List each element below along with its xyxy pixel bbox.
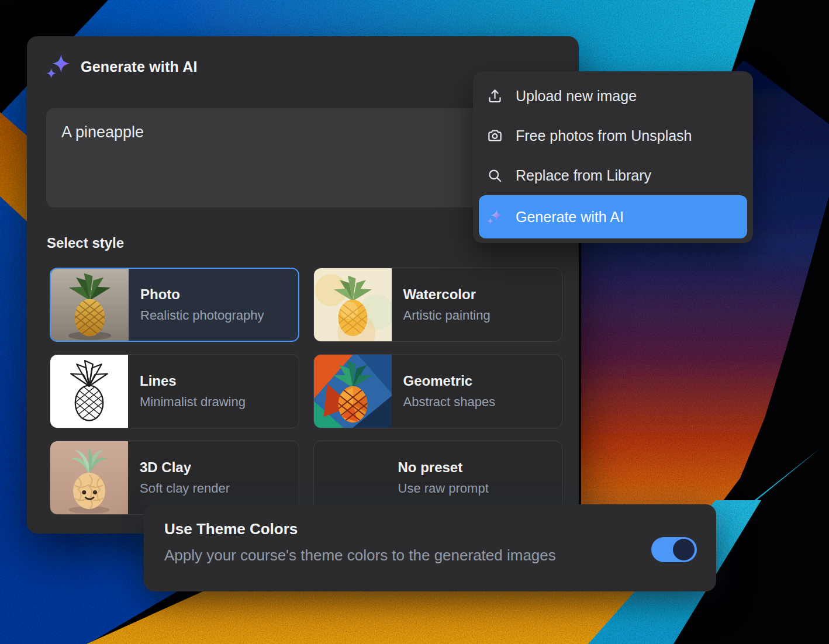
style-card-geometric[interactable]: Geometric Abstract shapes [313, 354, 563, 428]
menu-item-label: Free photos from Unsplash [516, 127, 692, 144]
style-title: 3D Clay [140, 459, 230, 476]
style-subtitle: Use raw prompt [398, 481, 489, 496]
style-card-photo[interactable]: Photo Realistic photography [50, 268, 299, 342]
style-card-text: Lines Minimalist drawing [128, 355, 246, 428]
menu-item-label: Upload new image [516, 88, 637, 105]
sparkle-icon [487, 209, 503, 225]
modal-title: Generate with AI [81, 58, 198, 75]
image-source-menu: Upload new image Free photos from Unspla… [473, 71, 753, 243]
style-title: No preset [398, 459, 489, 476]
upload-icon [487, 88, 503, 104]
style-card-text: 3D Clay Soft clay render [128, 441, 230, 514]
menu-item-replace-from-library[interactable]: Replace from Library [479, 155, 747, 195]
menu-item-free-photos-unsplash[interactable]: Free photos from Unsplash [479, 116, 747, 155]
geometric-style-thumbnail [314, 355, 392, 428]
photo-style-thumbnail [51, 269, 129, 341]
style-card-no-preset[interactable]: No preset Use raw prompt [313, 441, 563, 515]
search-icon [487, 168, 503, 183]
menu-item-generate-with-ai[interactable]: Generate with AI [479, 195, 747, 238]
menu-item-upload-new-image[interactable]: Upload new image [479, 76, 747, 116]
style-card-lines[interactable]: Lines Minimalist drawing [50, 354, 299, 428]
modal-header: Generate with AI [46, 54, 198, 79]
style-card-text: Photo Realistic photography [129, 269, 264, 341]
use-theme-colors-toggle[interactable] [651, 537, 697, 562]
style-subtitle: Realistic photography [140, 308, 264, 323]
style-card-text: Watercolor Artistic painting [392, 268, 491, 341]
lines-style-thumbnail [50, 355, 128, 428]
watercolor-style-thumbnail [314, 268, 392, 341]
style-card-text: Geometric Abstract shapes [392, 355, 496, 428]
style-card-watercolor[interactable]: Watercolor Artistic painting [313, 268, 563, 342]
style-card-text: No preset Use raw prompt [314, 441, 489, 514]
style-title: Geometric [403, 373, 496, 389]
style-grid: Photo Realistic photography [50, 268, 562, 515]
theme-panel-title: Use Theme Colors [164, 520, 298, 538]
select-style-label: Select style [47, 235, 124, 251]
style-subtitle: Abstract shapes [403, 394, 496, 410]
menu-item-label: Replace from Library [516, 167, 651, 184]
ai-sparkle-icon [46, 54, 71, 79]
style-title: Photo [140, 286, 264, 303]
style-subtitle: Soft clay render [140, 481, 230, 496]
clay-style-thumbnail [50, 441, 128, 514]
menu-item-label: Generate with AI [516, 209, 624, 226]
camera-icon [487, 128, 503, 144]
style-card-3d-clay[interactable]: 3D Clay Soft clay render [50, 441, 299, 515]
use-theme-colors-panel: Use Theme Colors Apply your course's the… [144, 504, 716, 591]
style-subtitle: Artistic painting [403, 308, 491, 323]
style-title: Lines [140, 373, 246, 389]
style-title: Watercolor [403, 286, 491, 303]
theme-panel-description: Apply your course's theme colors to the … [164, 546, 556, 565]
toggle-knob [673, 539, 695, 560]
style-subtitle: Minimalist drawing [140, 394, 246, 410]
